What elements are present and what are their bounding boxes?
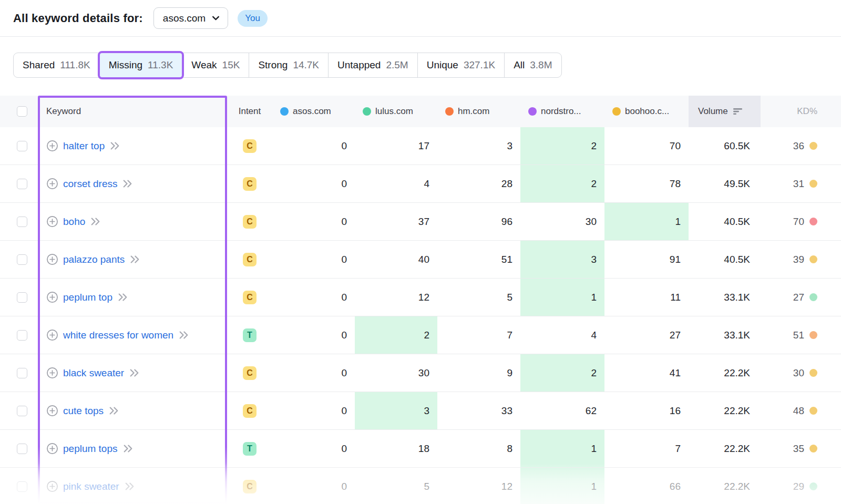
plus-circle-icon[interactable] bbox=[46, 140, 58, 152]
plus-circle-icon[interactable] bbox=[46, 480, 58, 492]
row-checkbox[interactable] bbox=[17, 406, 27, 416]
kd-difficulty-dot-icon bbox=[809, 293, 817, 301]
table-row-white-dresses-for-women: white dresses for womenT02742733.1K51 bbox=[0, 316, 841, 354]
position-cell-boohoo-c: 1 bbox=[604, 203, 689, 240]
plus-circle-icon[interactable] bbox=[46, 215, 58, 228]
competitor-column-header-lulus-com[interactable]: lulus.com bbox=[355, 96, 437, 127]
double-chevron-right-icon[interactable] bbox=[108, 406, 119, 415]
double-chevron-right-icon[interactable] bbox=[122, 179, 133, 188]
tab-label: Missing bbox=[109, 59, 142, 71]
position-cell-nordstro: 2 bbox=[520, 165, 604, 202]
keyword-link[interactable]: corset dress bbox=[63, 178, 117, 190]
double-chevron-right-icon[interactable] bbox=[117, 293, 128, 302]
double-chevron-right-icon[interactable] bbox=[124, 482, 135, 491]
keyword-cell: white dresses for women bbox=[38, 316, 227, 354]
keyword-link[interactable]: white dresses for women bbox=[63, 330, 173, 341]
double-chevron-right-icon[interactable] bbox=[109, 141, 120, 150]
competitor-column-header-boohoo-c[interactable]: boohoo.c... bbox=[604, 96, 689, 127]
row-checkbox[interactable] bbox=[17, 368, 27, 378]
intent-cell: C bbox=[227, 392, 272, 429]
plus-circle-icon[interactable] bbox=[46, 291, 58, 303]
tab-shared[interactable]: Shared111.8K bbox=[14, 53, 100, 77]
position-cell-asos-com: 0 bbox=[272, 430, 355, 467]
double-chevron-right-icon[interactable] bbox=[122, 444, 134, 453]
plus-circle-icon[interactable] bbox=[46, 178, 58, 190]
keyword-link[interactable]: cute tops bbox=[63, 405, 104, 417]
table-row-peplum-top: peplum topC012511133.1K27 bbox=[0, 279, 841, 316]
table-row-pink-sweater: pink sweaterC051216622.2K29 bbox=[0, 468, 841, 504]
row-checkbox[interactable] bbox=[17, 292, 27, 303]
competitor-dot-icon bbox=[280, 107, 289, 116]
plus-circle-icon[interactable] bbox=[46, 443, 58, 455]
competitor-column-header-hm-com[interactable]: hm.com bbox=[437, 96, 520, 127]
you-badge: You bbox=[238, 10, 268, 27]
intent-cell: C bbox=[227, 127, 272, 164]
double-chevron-right-icon[interactable] bbox=[90, 217, 101, 226]
tab-strong[interactable]: Strong14.7K bbox=[249, 53, 329, 77]
row-checkbox[interactable] bbox=[17, 481, 27, 492]
kd-column-header[interactable]: KD% bbox=[761, 96, 841, 127]
plus-circle-icon[interactable] bbox=[46, 367, 58, 379]
position-cell-asos-com: 0 bbox=[272, 165, 355, 202]
kd-cell: 30 bbox=[761, 354, 841, 392]
kd-value: 70 bbox=[793, 216, 804, 228]
keyword-link[interactable]: boho bbox=[63, 216, 85, 228]
domain-select-dropdown[interactable]: asos.com bbox=[153, 7, 228, 29]
position-cell-boohoo-c: 11 bbox=[604, 279, 689, 316]
tab-untapped[interactable]: Untapped2.5M bbox=[329, 53, 418, 77]
keyword-link[interactable]: palazzo pants bbox=[63, 254, 125, 265]
intent-badge: C bbox=[243, 215, 257, 229]
intent-column-header[interactable]: Intent bbox=[227, 96, 272, 127]
kd-difficulty-dot-icon bbox=[809, 331, 817, 339]
keyword-column-header[interactable]: Keyword bbox=[38, 96, 227, 127]
kd-cell: 35 bbox=[761, 430, 841, 467]
double-chevron-right-icon[interactable] bbox=[178, 331, 189, 340]
intent-cell: C bbox=[227, 203, 272, 240]
intent-cell: C bbox=[227, 279, 272, 316]
position-cell-lulus-com: 40 bbox=[355, 241, 437, 278]
position-cell-asos-com: 0 bbox=[272, 468, 355, 504]
row-checkbox[interactable] bbox=[17, 444, 27, 454]
tab-label: All bbox=[514, 59, 525, 71]
keyword-cell: cute tops bbox=[38, 392, 227, 429]
keyword-link[interactable]: halter top bbox=[63, 140, 105, 152]
position-cell-hm-com: 96 bbox=[437, 203, 520, 240]
tab-all[interactable]: All3.8M bbox=[505, 53, 561, 77]
row-checkbox[interactable] bbox=[17, 254, 27, 265]
plus-circle-icon[interactable] bbox=[46, 329, 58, 341]
row-checkbox[interactable] bbox=[17, 330, 27, 341]
intent-badge: T bbox=[243, 328, 257, 342]
position-cell-hm-com: 33 bbox=[437, 392, 520, 429]
keyword-link[interactable]: pink sweater bbox=[63, 481, 119, 492]
volume-column-header[interactable]: Volume bbox=[689, 96, 761, 127]
row-checkbox[interactable] bbox=[17, 217, 27, 227]
row-checkbox-cell bbox=[0, 316, 38, 354]
tab-missing[interactable]: Missing11.3K bbox=[100, 53, 183, 77]
plus-circle-icon[interactable] bbox=[46, 405, 58, 417]
volume-column-label: Volume bbox=[698, 106, 728, 117]
row-checkbox[interactable] bbox=[17, 179, 27, 189]
select-all-checkbox[interactable] bbox=[17, 106, 27, 117]
double-chevron-right-icon[interactable] bbox=[129, 368, 140, 377]
volume-cell: 33.1K bbox=[689, 279, 761, 316]
tab-weak[interactable]: Weak15K bbox=[182, 53, 249, 77]
keyword-link[interactable]: peplum top bbox=[63, 292, 112, 303]
sort-descending-icon[interactable] bbox=[733, 108, 743, 115]
position-cell-boohoo-c: 27 bbox=[604, 316, 689, 354]
keyword-cell: boho bbox=[38, 203, 227, 240]
plus-circle-icon[interactable] bbox=[46, 253, 58, 265]
keyword-link[interactable]: peplum tops bbox=[63, 443, 118, 455]
keyword-link[interactable]: black sweater bbox=[63, 367, 124, 379]
double-chevron-right-icon[interactable] bbox=[129, 255, 140, 264]
header-checkbox-cell bbox=[0, 96, 38, 127]
row-checkbox[interactable] bbox=[17, 141, 27, 151]
tab-count: 15K bbox=[222, 59, 240, 71]
tab-label: Shared bbox=[23, 59, 55, 71]
position-cell-boohoo-c: 16 bbox=[604, 392, 689, 429]
intent-cell: C bbox=[227, 468, 272, 504]
competitor-column-header-nordstro[interactable]: nordstro... bbox=[520, 96, 604, 127]
competitor-column-header-asos-com[interactable]: asos.com bbox=[272, 96, 355, 127]
tab-unique[interactable]: Unique327.1K bbox=[418, 53, 505, 77]
position-cell-lulus-com: 17 bbox=[355, 127, 437, 164]
position-cell-nordstro: 4 bbox=[520, 316, 604, 354]
